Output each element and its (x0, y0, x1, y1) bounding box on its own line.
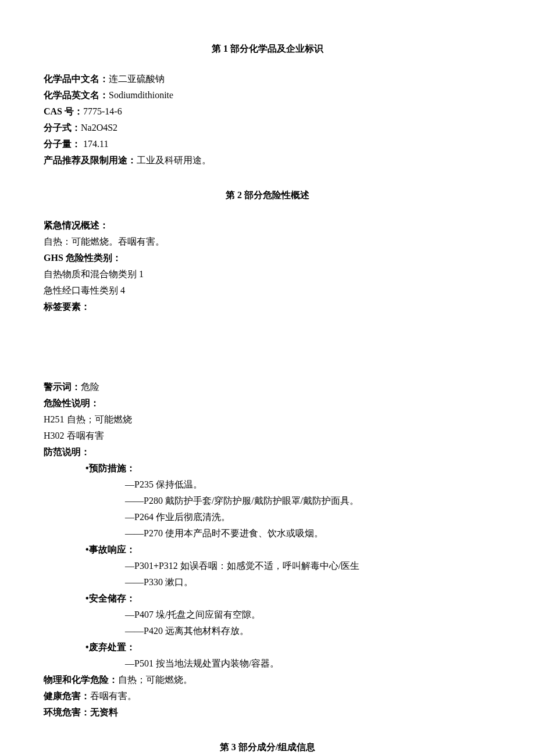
response-heading: •事故响应： (44, 542, 491, 558)
label: CAS 号： (44, 106, 83, 116)
storage-item-1: ——P420 远离其他材料存放。 (44, 623, 491, 639)
env-hazard: 环境危害：无资料 (44, 704, 491, 721)
phys-hazard: 物理和化学危险：自热；可能燃烧。 (44, 672, 491, 688)
label: 产品推荐及限制用途： (44, 155, 137, 165)
label: 环境危害： (44, 707, 90, 717)
response-item-1: ——P330 漱口。 (44, 574, 491, 590)
value: 危险 (81, 382, 99, 392)
section-2-title: 第 2 部分危险性概述 (44, 187, 491, 203)
ghs-label: GHS 危险性类别： (44, 250, 491, 266)
field-use: 产品推荐及限制用途：工业及科研用途。 (44, 152, 491, 169)
section-1-title: 第 1 部分化学品及企业标识 (44, 41, 491, 57)
section-3-title: 第 3 部分成分/组成信息 (44, 739, 491, 755)
prevention-item-1: ——P280 戴防护手套/穿防护服/戴防护眼罩/戴防护面具。 (44, 493, 491, 509)
label-elements: 标签要素： (44, 299, 491, 315)
storage-heading: •安全储存： (44, 590, 491, 607)
prevention-item-0: —P235 保持低温。 (44, 476, 491, 493)
label: 分子量： (44, 139, 81, 149)
ghs-line-0: 自热物质和混合物类别 1 (44, 266, 491, 282)
hazard-line-0: H251 自热；可能燃烧 (44, 411, 491, 428)
prevention-heading: •预防措施： (44, 460, 491, 476)
label: 物理和化学危险： (44, 675, 118, 685)
precaution-label: 防范说明： (44, 444, 491, 460)
storage-item-0: —P407 垛/托盘之间应留有空隙。 (44, 607, 491, 623)
field-cas: CAS 号：7775-14-6 (44, 103, 491, 120)
value: 无资料 (90, 707, 118, 717)
value: 工业及科研用途。 (137, 155, 211, 165)
ghs-line-1: 急性经口毒性类别 4 (44, 282, 491, 299)
response-item-0: —P301+P312 如误吞咽：如感觉不适，呼叫解毒中心/医生 (44, 558, 491, 574)
hazard-line-1: H302 吞咽有害 (44, 428, 491, 444)
value: 7775-14-6 (83, 106, 122, 116)
field-name-cn: 化学品中文名：连二亚硫酸钠 (44, 71, 491, 87)
value: Na2O4S2 (81, 123, 117, 132)
disposal-item-0: —P501 按当地法规处置内装物/容器。 (44, 655, 491, 672)
value: 连二亚硫酸钠 (109, 74, 165, 84)
value: 吞咽有害。 (90, 691, 137, 701)
pictogram-placeholder (44, 315, 491, 379)
emergency-label: 紧急情况概述： (44, 217, 491, 234)
value: Sodiumdithionite (109, 90, 173, 100)
prevention-item-2: —P264 作业后彻底清洗。 (44, 509, 491, 525)
prevention-item-3: ——P270 使用本产品时不要进食、饮水或吸烟。 (44, 525, 491, 542)
hazard-label: 危险性说明： (44, 395, 491, 411)
emergency-text: 自热：可能燃烧。吞咽有害。 (44, 234, 491, 250)
value: 174.11 (81, 139, 108, 149)
label: 分子式： (44, 123, 81, 132)
health-hazard: 健康危害：吞咽有害。 (44, 688, 491, 704)
label: 警示词： (44, 382, 81, 392)
field-name-en: 化学品英文名：Sodiumdithionite (44, 87, 491, 103)
field-mw: 分子量： 174.11 (44, 136, 491, 152)
label: 化学品英文名： (44, 90, 109, 100)
disposal-heading: •废弃处置： (44, 639, 491, 655)
label: 化学品中文名： (44, 74, 109, 84)
label: 健康危害： (44, 691, 90, 701)
signal-word: 警示词：危险 (44, 379, 491, 395)
field-formula: 分子式：Na2O4S2 (44, 120, 491, 136)
value: 自热；可能燃烧。 (118, 675, 192, 685)
